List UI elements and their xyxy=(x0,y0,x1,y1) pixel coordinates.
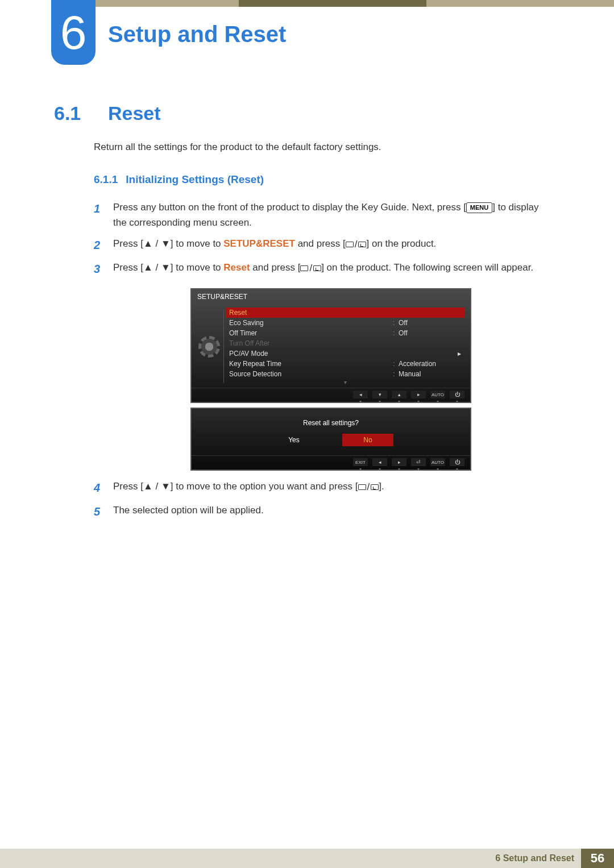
nav-down-icon: ▾ xyxy=(372,391,387,398)
step-number: 3 xyxy=(94,260,103,278)
step-text: Press [▲ / ▼] to move to the option you … xyxy=(113,479,554,497)
subsection-title: Initializing Settings (Reset) xyxy=(126,173,264,186)
step-3: 3 Press [▲ / ▼] to move to Reset and pre… xyxy=(94,260,554,278)
chapter-title: Setup and Reset xyxy=(108,22,286,47)
nav-power-icon: ⏻ xyxy=(450,391,464,398)
menu-button-icon: MENU xyxy=(466,202,492,214)
section-number: 6.1 xyxy=(54,102,91,124)
osd-item-eco-saving: Eco Saving : Off xyxy=(226,318,464,328)
step-5: 5 The selected option will be applied. xyxy=(94,502,554,521)
step-number: 5 xyxy=(94,502,103,521)
header-color-bar xyxy=(51,0,614,7)
up-down-icon: ▲ / ▼ xyxy=(143,481,171,492)
subsection-heading: 6.1.1 Initializing Settings (Reset) xyxy=(94,173,554,186)
target-reset: Reset xyxy=(223,262,250,273)
step-number: 2 xyxy=(94,236,103,254)
step-list: 1 Press any button on the front of the p… xyxy=(94,200,554,521)
page-footer: 6 Setup and Reset 56 xyxy=(0,849,614,868)
osd-icon-column xyxy=(197,308,221,385)
page-number: 56 xyxy=(581,849,614,868)
up-down-icon: ▲ / ▼ xyxy=(143,262,171,273)
target-setupreset: SETUP&RESET xyxy=(223,238,295,249)
nav-up-icon: ▴ xyxy=(392,391,406,398)
section-title: Reset xyxy=(108,102,161,124)
ok-enter-icon: / xyxy=(358,479,379,495)
osd-item-source-detection: Source Detection : Manual xyxy=(226,369,464,379)
step-2: 2 Press [▲ / ▼] to move to SETUP&RESET a… xyxy=(94,236,554,254)
osd-reset-dialog: Reset all settings? Yes No EXIT ◂ ▸ ⏎ AU… xyxy=(190,408,471,471)
nav-right-icon: ▸ xyxy=(392,458,406,466)
chapter-number-tab: 6 xyxy=(51,0,96,65)
osd-nav-bar: ◂ ▾ ▴ ▸ AUTO ⏻ xyxy=(192,388,470,402)
osd-nav-bar: EXIT ◂ ▸ ⏎ AUTO ⏻ xyxy=(192,455,470,470)
osd-screenshot-group: SETUP&RESET Reset Eco Saving : Off xyxy=(190,288,554,471)
section-heading: 6.1 Reset xyxy=(54,102,554,124)
osd-item-pcav-mode: PC/AV Mode ▸ xyxy=(226,348,464,359)
osd-item-turn-off-after: Turn Off After xyxy=(226,338,464,348)
nav-right-icon: ▸ xyxy=(411,391,426,398)
nav-auto: AUTO xyxy=(430,391,445,398)
dialog-question: Reset all settings? xyxy=(192,409,470,434)
ok-enter-icon: / xyxy=(300,260,321,276)
osd-menu-list: Reset Eco Saving : Off Off Timer : Off xyxy=(226,308,464,385)
nav-power-icon: ⏻ xyxy=(450,458,464,466)
step-number: 4 xyxy=(94,479,103,497)
step-number: 1 xyxy=(94,200,103,230)
dialog-buttons: Yes No xyxy=(192,434,470,455)
step-text: Press [▲ / ▼] to move to SETUP&RESET and… xyxy=(113,236,554,254)
nav-auto: AUTO xyxy=(430,458,445,466)
footer-chapter-label: 6 Setup and Reset xyxy=(495,853,581,863)
osd-title: SETUP&RESET xyxy=(192,289,470,304)
osd-item-off-timer: Off Timer : Off xyxy=(226,328,464,338)
scroll-down-icon: ▾ xyxy=(226,379,464,385)
step-1: 1 Press any button on the front of the p… xyxy=(94,200,554,230)
nav-left-icon: ◂ xyxy=(372,458,387,466)
nav-exit: EXIT xyxy=(353,458,368,466)
osd-menu-setupreset: SETUP&RESET Reset Eco Saving : Off xyxy=(190,288,471,403)
nav-left-icon: ◂ xyxy=(353,391,368,398)
gear-icon xyxy=(201,339,217,355)
submenu-arrow-icon: ▸ xyxy=(454,350,461,358)
section-intro: Return all the settings for the product … xyxy=(94,142,554,153)
osd-item-reset: Reset xyxy=(226,308,464,318)
step-4: 4 Press [▲ / ▼] to move to the option yo… xyxy=(94,479,554,497)
ok-enter-icon: / xyxy=(346,236,367,252)
page-content: 6.1 Reset Return all the settings for th… xyxy=(54,102,554,526)
chapter-number: 6 xyxy=(60,9,87,56)
nav-enter-icon: ⏎ xyxy=(411,458,426,466)
step-text: Press [▲ / ▼] to move to Reset and press… xyxy=(113,260,554,278)
step-text: The selected option will be applied. xyxy=(113,502,554,521)
up-down-icon: ▲ / ▼ xyxy=(143,238,171,249)
dialog-yes-button: Yes xyxy=(268,434,320,446)
osd-item-key-repeat-time: Key Repeat Time : Acceleration xyxy=(226,359,464,369)
subsection-number: 6.1.1 xyxy=(94,173,118,186)
dialog-no-button: No xyxy=(342,434,393,446)
step-text: Press any button on the front of the pro… xyxy=(113,200,554,230)
